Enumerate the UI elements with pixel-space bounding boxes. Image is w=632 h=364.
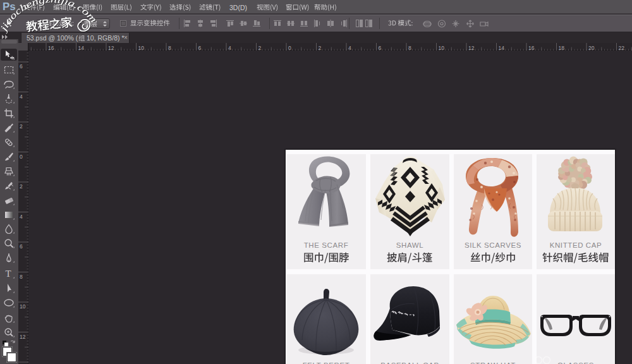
svg-text:T: T [6,269,11,279]
